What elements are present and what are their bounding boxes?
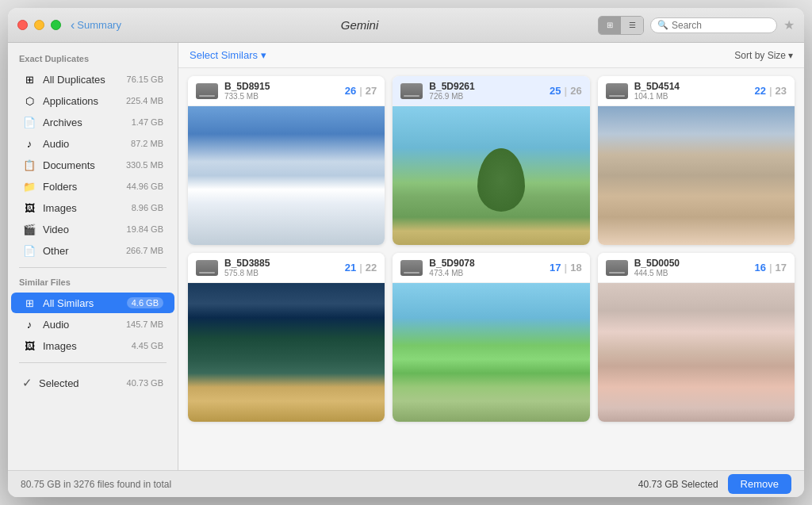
photo-card-info-card3: B_5D4514 104.1 MB <box>634 81 755 101</box>
photo-card-card2[interactable]: B_5D9261 726.9 MB 25 | 26 <box>393 76 589 245</box>
sidebar-item-other[interactable]: 📄 Other 266.7 MB <box>11 240 174 261</box>
search-input[interactable] <box>672 20 770 31</box>
sidebar-label-archives: Archives <box>43 117 132 128</box>
maximize-button[interactable] <box>51 20 61 30</box>
titlebar-right: ⊞ ☰ 🔍 ★ <box>598 16 795 35</box>
select-similars-chevron-icon: ▾ <box>261 49 266 61</box>
sidebar-icon-other: 📄 <box>22 243 36 258</box>
sidebar-item-archives[interactable]: 📄 Archives 1.47 GB <box>11 112 174 132</box>
select-similars-button[interactable]: Select Similars ▾ <box>190 49 266 61</box>
photo-size-card2: 726.9 MB <box>429 92 550 101</box>
sidebar-label-documents: Documents <box>43 159 126 171</box>
sidebar-size-images-sim: 4.45 GB <box>132 341 163 350</box>
sidebar-icon-documents: 📋 <box>22 158 36 172</box>
sidebar-size-audio-sim: 145.7 MB <box>126 319 163 329</box>
count-divider-card3: | <box>769 85 772 97</box>
sort-chevron-icon: ▾ <box>788 50 793 61</box>
count-selected-card2: 25 <box>550 85 561 97</box>
sidebar-item-all-duplicates[interactable]: ⊞ All Duplicates 76.15 GB <box>11 69 174 90</box>
sort-button[interactable]: Sort by Size ▾ <box>734 50 793 61</box>
photo-card-card6[interactable]: B_5D0050 444.5 MB 16 | 17 <box>598 253 795 422</box>
sidebar-label-images: Images <box>43 202 132 214</box>
hdd-icon-card5 <box>400 260 423 276</box>
hdd-icon-card4 <box>196 260 218 276</box>
hdd-icon-card2 <box>400 83 423 99</box>
photo-size-card4: 575.8 MB <box>224 269 345 277</box>
sidebar-item-video[interactable]: 🎬 Video 19.84 GB <box>11 219 174 239</box>
sidebar-label-all-similars: All Similars <box>43 297 127 309</box>
selected-row: ✓ Selected 40.73 GB <box>11 369 174 393</box>
star-button[interactable]: ★ <box>783 17 795 33</box>
list-view-button[interactable]: ☰ <box>621 17 643 34</box>
app-title: Gemini <box>121 18 598 32</box>
count-total-card1: 27 <box>366 85 377 97</box>
photo-name-card1: B_5D8915 <box>224 81 345 92</box>
photo-image-card5 <box>393 283 589 422</box>
hdd-icon-card1 <box>196 83 218 99</box>
photo-name-card4: B_5D3885 <box>224 258 345 269</box>
photo-card-header-card4: B_5D3885 575.8 MB 21 | 22 <box>188 253 385 283</box>
photo-name-card3: B_5D4514 <box>634 81 755 92</box>
photo-image-card2 <box>393 106 589 245</box>
sidebar-label-all-duplicates: All Duplicates <box>43 74 127 86</box>
count-selected-card5: 17 <box>550 262 561 274</box>
photo-card-info-card6: B_5D0050 444.5 MB <box>634 258 755 277</box>
photo-card-header-card5: B_5D9078 473.4 MB 17 | 18 <box>393 253 589 283</box>
sidebar-size-all-duplicates: 76.15 GB <box>127 75 163 84</box>
photo-card-card1[interactable]: B_5D8915 733.5 MB 26 | 27 <box>188 76 385 245</box>
sidebar-size-folders: 44.96 GB <box>127 182 163 191</box>
photo-image-card3 <box>598 106 795 245</box>
sidebar-icon-all-similars: ⊞ <box>22 296 36 310</box>
sidebar-size-other: 266.7 MB <box>126 246 163 255</box>
sidebar-item-documents[interactable]: 📋 Documents 330.5 MB <box>11 155 174 175</box>
photo-card-card3[interactable]: B_5D4514 104.1 MB 22 | 23 <box>598 76 795 245</box>
sidebar-size-audio: 87.2 MB <box>131 139 163 148</box>
sidebar: Exact Duplicates ⊞ All Duplicates 76.15 … <box>8 43 178 470</box>
sidebar-item-images[interactable]: 🖼 Images 8.96 GB <box>11 197 174 218</box>
photo-name-card2: B_5D9261 <box>429 81 550 92</box>
back-button[interactable]: ‹ Summary <box>71 18 121 33</box>
status-right: 40.73 GB Selected Remove <box>638 474 791 494</box>
count-selected-card6: 16 <box>754 262 765 274</box>
photo-count-card2: 25 | 26 <box>550 85 582 97</box>
photo-card-card4[interactable]: B_5D3885 575.8 MB 21 | 22 <box>188 253 385 422</box>
sidebar-icon-video: 🎬 <box>22 222 36 236</box>
sidebar-item-folders[interactable]: 📁 Folders 44.96 GB <box>11 176 174 197</box>
photo-card-info-card2: B_5D9261 726.9 MB <box>429 81 550 101</box>
sidebar-item-all-similars[interactable]: ⊞ All Similars 4.6 GB <box>11 293 174 313</box>
photo-size-card1: 733.5 MB <box>224 92 345 101</box>
selected-info: 40.73 GB Selected <box>638 479 718 490</box>
count-total-card2: 26 <box>570 85 581 97</box>
sidebar-icon-all-duplicates: ⊞ <box>22 72 36 86</box>
back-label: Summary <box>77 19 121 31</box>
photo-card-card5[interactable]: B_5D9078 473.4 MB 17 | 18 <box>393 253 589 422</box>
photo-image-card4 <box>188 283 385 422</box>
sidebar-size-video: 19.84 GB <box>127 224 163 234</box>
photo-card-info-card4: B_5D3885 575.8 MB <box>224 258 345 277</box>
close-button[interactable] <box>17 20 28 30</box>
main-layout: Exact Duplicates ⊞ All Duplicates 76.15 … <box>8 43 804 470</box>
sidebar-size-archives: 1.47 GB <box>132 117 163 127</box>
sidebar-divider-2 <box>19 362 167 363</box>
titlebar: ‹ Summary Gemini ⊞ ☰ 🔍 ★ <box>8 8 804 43</box>
grid-view-button[interactable]: ⊞ <box>599 17 621 34</box>
sidebar-item-applications[interactable]: ⬡ Applications 225.4 MB <box>11 90 174 111</box>
sidebar-icon-audio-sim: ♪ <box>22 317 36 331</box>
sidebar-icon-images: 🖼 <box>22 201 36 215</box>
sidebar-icon-audio: ♪ <box>22 136 36 151</box>
sidebar-label-images-sim: Images <box>43 340 132 352</box>
sidebar-label-applications: Applications <box>43 95 126 107</box>
photo-count-card4: 21 | 22 <box>345 262 377 274</box>
photo-card-header-card3: B_5D4514 104.1 MB 22 | 23 <box>598 76 795 106</box>
count-total-card3: 23 <box>776 85 787 97</box>
view-toggle: ⊞ ☰ <box>598 16 644 35</box>
sidebar-item-images-sim[interactable]: 🖼 Images 4.45 GB <box>11 335 174 356</box>
sidebar-item-audio[interactable]: ♪ Audio 87.2 MB <box>11 133 174 154</box>
minimize-button[interactable] <box>34 20 44 30</box>
sidebar-item-audio-sim[interactable]: ♪ Audio 145.7 MB <box>11 314 174 335</box>
sidebar-label-video: Video <box>43 224 127 235</box>
traffic-lights <box>17 20 61 30</box>
search-bar[interactable]: 🔍 <box>650 17 777 33</box>
photo-size-card3: 104.1 MB <box>634 92 755 101</box>
remove-button[interactable]: Remove <box>728 474 791 494</box>
